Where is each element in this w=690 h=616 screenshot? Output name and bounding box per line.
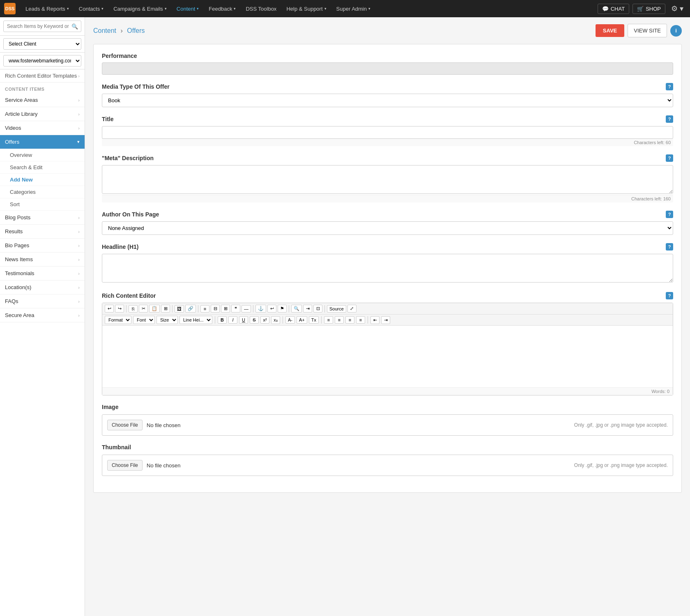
chat-button[interactable]: 💬 CHAT xyxy=(598,4,629,14)
sidebar-item-results[interactable]: Results › xyxy=(0,225,85,239)
rte-align-center-btn[interactable]: ≡ xyxy=(335,316,344,324)
chevron-right-icon: › xyxy=(78,285,80,290)
rte-body[interactable] xyxy=(102,326,673,387)
rte-fullscreen-btn[interactable]: ⤢ xyxy=(347,305,356,313)
nav-leads-reports[interactable]: Leads & Reports ▾ xyxy=(21,0,73,17)
rte-redo-btn[interactable]: ↪ xyxy=(115,305,124,313)
rte-copy-btn[interactable]: ⎘ xyxy=(129,305,138,313)
breadcrumb-parent[interactable]: Content xyxy=(93,27,116,34)
rte-bold-btn[interactable]: B xyxy=(218,316,227,324)
rte-format-select[interactable]: Format xyxy=(105,316,131,324)
sidebar-item-service-areas[interactable]: Service Areas › xyxy=(0,93,85,107)
rte-ul-btn[interactable]: ⊟ xyxy=(211,305,220,313)
rte-embed-btn[interactable]: ⊡ xyxy=(313,305,322,313)
rte-source-btn[interactable]: Source xyxy=(327,305,346,313)
url-select[interactable]: www.fosterwebmarketing.com... xyxy=(3,55,81,67)
sidebar-templates-link[interactable]: Rich Content Editor Templates › xyxy=(0,69,85,83)
sidebar-item-secure-area[interactable]: Secure Area › xyxy=(0,308,85,322)
sidebar-item-news-items[interactable]: News Items › xyxy=(0,253,85,267)
rce-help-badge[interactable]: ? xyxy=(666,292,673,299)
chevron-right-icon: › xyxy=(78,257,80,262)
author-select[interactable]: None Assigned xyxy=(102,221,673,235)
meta-description-textarea[interactable] xyxy=(102,165,673,194)
rte-size-select[interactable]: Size xyxy=(156,316,178,324)
sidebar-item-bio-pages[interactable]: Bio Pages › xyxy=(0,239,85,253)
client-select[interactable]: Select Client xyxy=(3,38,81,50)
sidebar-item-videos[interactable]: Videos › xyxy=(0,121,85,135)
meta-help-badge[interactable]: ? xyxy=(666,154,673,162)
sidebar-item-article-library[interactable]: Article Library › xyxy=(0,107,85,121)
sidebar-sub-item-sort[interactable]: Sort xyxy=(0,198,85,211)
rte-flag-btn[interactable]: ⚑ xyxy=(278,305,287,313)
title-input[interactable] xyxy=(102,126,673,139)
rte-font-size-inc-btn[interactable]: A+ xyxy=(297,316,307,324)
rte-undo-btn[interactable]: ↩ xyxy=(105,305,114,313)
sidebar-item-faqs[interactable]: FAQs › xyxy=(0,294,85,308)
title-help-badge[interactable]: ? xyxy=(666,115,673,123)
rte-align-right-btn[interactable]: ≡ xyxy=(345,316,354,324)
nav-help-support[interactable]: Help & Support ▾ xyxy=(282,0,330,17)
shop-button[interactable]: 🛒 SHOP xyxy=(632,4,665,14)
sidebar-item-testimonials[interactable]: Testimonials › xyxy=(0,267,85,280)
sidebar-sub-item-overview[interactable]: Overview xyxy=(0,149,85,161)
rte-superscript-btn[interactable]: x² xyxy=(260,316,269,324)
nav-contacts[interactable]: Contacts ▾ xyxy=(75,0,108,17)
rte-paste-text-btn[interactable]: ⊞ xyxy=(161,305,170,313)
rte-indent-btn[interactable]: ⇥ xyxy=(303,305,312,313)
rte-strikethrough-btn[interactable]: S xyxy=(250,316,259,324)
main-content: Content › Offers SAVE VIEW SITE i Perfor… xyxy=(85,17,690,616)
author-help-badge[interactable]: ? xyxy=(666,211,673,218)
rte-blockquote-btn[interactable]: ❝ xyxy=(231,305,240,313)
thumbnail-choose-file-btn[interactable]: Choose File xyxy=(107,460,143,471)
rte-subscript-btn[interactable]: x₂ xyxy=(271,316,280,324)
info-button[interactable]: i xyxy=(670,25,682,37)
sidebar-item-offers[interactable]: Offers ▾ xyxy=(0,135,85,149)
nav-content[interactable]: Content ▾ xyxy=(172,0,203,17)
header-actions: SAVE VIEW SITE i xyxy=(596,24,682,37)
media-type-select[interactable]: Book Video Audio PDF Webinar xyxy=(102,94,673,107)
rte-remove-format-btn[interactable]: Tx xyxy=(309,316,319,324)
chevron-right-icon: › xyxy=(78,215,80,220)
sidebar-item-locations[interactable]: Location(s) › xyxy=(0,280,85,294)
rte-indent-decrease-btn[interactable]: ⇤ xyxy=(370,316,380,324)
rte-paste-btn[interactable]: 📋 xyxy=(149,305,160,313)
search-icon: 🔍 xyxy=(71,23,78,30)
nav-dss-toolbox[interactable]: DSS Toolbox xyxy=(242,0,281,17)
nav-super-admin[interactable]: Super Admin ▾ xyxy=(332,0,375,17)
media-type-section: Media Type Of This Offer ? Book Video Au… xyxy=(102,83,673,107)
sidebar-item-blog-posts[interactable]: Blog Posts › xyxy=(0,211,85,225)
rte-ol-btn[interactable]: ≡ xyxy=(200,305,209,313)
media-type-label: Media Type Of This Offer ? xyxy=(102,83,673,90)
rte-italic-btn[interactable]: I xyxy=(228,316,237,324)
rte-cut-btn[interactable]: ✂ xyxy=(139,305,148,313)
search-input[interactable] xyxy=(3,21,81,32)
headline-textarea[interactable] xyxy=(102,254,673,283)
view-site-button[interactable]: VIEW SITE xyxy=(628,24,667,37)
rte-underline-btn[interactable]: U xyxy=(239,316,248,324)
headline-help-badge[interactable]: ? xyxy=(666,243,673,251)
rte-table-btn[interactable]: ⊞ xyxy=(221,305,230,313)
save-button[interactable]: SAVE xyxy=(596,24,624,37)
rte-align-justify-btn[interactable]: ≡ xyxy=(356,316,365,324)
chevron-right-icon: › xyxy=(78,112,80,117)
rte-find-btn[interactable]: ↩ xyxy=(267,305,276,313)
rte-align-left-btn[interactable]: ≡ xyxy=(324,316,333,324)
rte-font-select[interactable]: Font xyxy=(133,316,155,324)
sidebar-sub-item-search-edit[interactable]: Search & Edit xyxy=(0,161,85,174)
nav-feedback[interactable]: Feedback ▾ xyxy=(205,0,240,17)
nav-campaigns-emails[interactable]: Campaigns & Emails ▾ xyxy=(109,0,171,17)
meta-description-label: "Meta" Description ? xyxy=(102,154,673,162)
image-choose-file-btn[interactable]: Choose File xyxy=(107,420,143,430)
rte-link-btn[interactable]: 🔗 xyxy=(185,305,196,313)
rte-image-btn[interactable]: 🖼 xyxy=(175,305,184,313)
rte-font-color-btn[interactable]: A- xyxy=(285,316,295,324)
media-type-help-badge[interactable]: ? xyxy=(666,83,673,90)
rte-search-btn[interactable]: 🔍 xyxy=(291,305,302,313)
sidebar-sub-item-add-new[interactable]: Add New xyxy=(0,174,85,186)
rte-lineheight-select[interactable]: Line Hei... xyxy=(179,316,212,324)
rte-anchor-btn[interactable]: ⚓ xyxy=(255,305,266,313)
sidebar-sub-item-categories[interactable]: Categories xyxy=(0,186,85,198)
rte-hr-btn[interactable]: — xyxy=(242,305,251,313)
rte-indent-increase-btn[interactable]: ⇥ xyxy=(381,316,390,324)
settings-button[interactable]: ⚙ ▾ xyxy=(669,4,686,13)
